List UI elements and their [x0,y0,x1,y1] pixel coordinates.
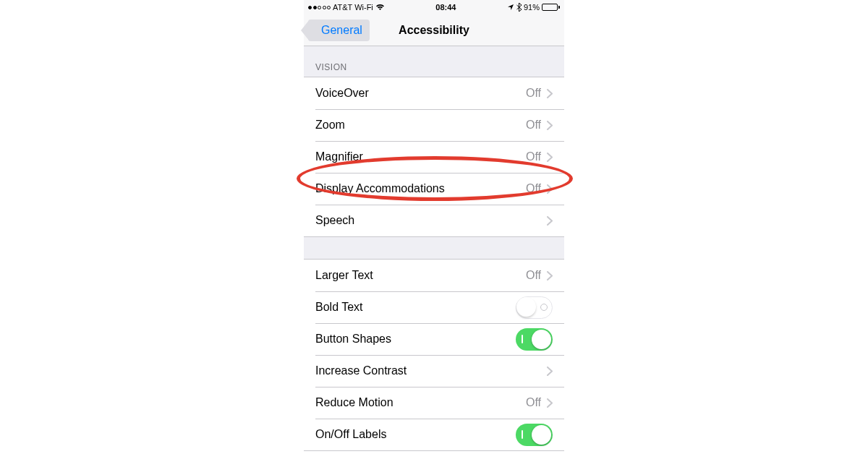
section-gap [304,237,564,259]
row-value: Off [526,396,541,409]
carrier-label: AT&T Wi-Fi [333,3,373,12]
section-header-vision: VISION [304,46,564,77]
row-value: Off [526,182,541,195]
status-left: AT&T Wi-Fi [308,3,385,12]
chevron-right-icon [547,121,553,130]
row-button-shapes[interactable]: Button Shapes [304,323,564,355]
chevron-right-icon [547,216,553,226]
button-shapes-switch[interactable] [516,328,553,351]
row-bold-text[interactable]: Bold Text [304,291,564,323]
row-label: Reduce Motion [315,396,526,409]
page-title: Accessibility [399,24,469,37]
bluetooth-icon [516,3,522,12]
vision-list: VoiceOver Off Zoom Off Magnifier Off Dis… [304,77,564,237]
row-label: Larger Text [315,269,526,282]
row-voiceover[interactable]: VoiceOver Off [304,77,564,109]
row-reduce-motion[interactable]: Reduce Motion Off [304,387,564,419]
wifi-icon [375,4,385,11]
chevron-right-icon [547,367,553,376]
row-label: Magnifier [315,150,526,163]
row-value: Off [526,119,541,132]
row-label: VoiceOver [315,87,526,100]
status-bar: AT&T Wi-Fi 08:44 91% [304,0,564,14]
row-magnifier[interactable]: Magnifier Off [304,141,564,173]
row-value: Off [526,269,541,282]
row-value: Off [526,150,541,163]
status-right: 91% [507,3,560,12]
signal-strength-icon [308,6,331,9]
row-label: On/Off Labels [315,428,516,441]
row-onoff-labels[interactable]: On/Off Labels [304,419,564,450]
chevron-right-icon [547,398,553,408]
row-label: Bold Text [315,301,516,314]
chevron-right-icon [547,153,553,162]
battery-percent: 91% [524,3,540,12]
navigation-bar: General Accessibility [304,14,564,46]
location-icon [507,4,514,11]
row-label: Increase Contrast [315,364,547,377]
row-zoom[interactable]: Zoom Off [304,109,564,141]
row-label: Zoom [315,119,526,132]
row-speech[interactable]: Speech [304,205,564,236]
row-value: Off [526,87,541,100]
chevron-right-icon [547,89,553,98]
back-button[interactable]: General [308,20,370,41]
bold-text-switch[interactable] [516,296,553,319]
chevron-right-icon [547,271,553,280]
row-label: Display Accommodations [315,182,526,195]
row-increase-contrast[interactable]: Increase Contrast [304,355,564,387]
back-button-label: General [321,24,362,37]
chevron-right-icon [547,184,553,194]
row-display-accommodations[interactable]: Display Accommodations Off [304,173,564,205]
onoff-labels-switch[interactable] [516,424,553,446]
row-larger-text[interactable]: Larger Text Off [304,260,564,291]
phone-frame: AT&T Wi-Fi 08:44 91% General Accessibili… [304,0,564,451]
row-label: Speech [315,214,547,227]
status-time: 08:44 [435,3,456,12]
row-label: Button Shapes [315,333,516,346]
battery-icon [542,4,560,11]
text-list: Larger Text Off Bold Text Button Shapes … [304,259,564,451]
